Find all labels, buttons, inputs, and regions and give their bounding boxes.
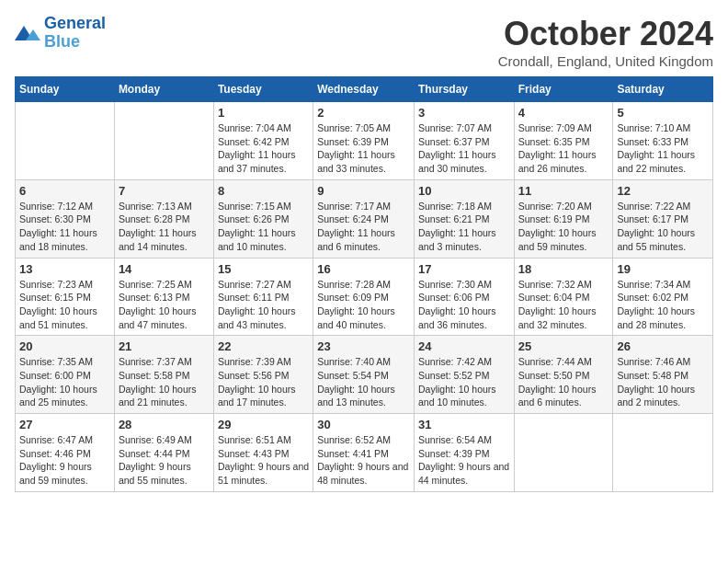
day-number: 29: [218, 418, 309, 431]
cell-content: Sunrise: 7:20 AM Sunset: 6:19 PM Dayligh…: [518, 200, 609, 254]
header-row: SundayMondayTuesdayWednesdayThursdayFrid…: [16, 77, 713, 102]
logo-icon: [15, 22, 42, 44]
header-friday: Friday: [514, 77, 613, 102]
calendar-cell: 7Sunrise: 7:13 AM Sunset: 6:28 PM Daylig…: [114, 179, 213, 258]
calendar-cell: [613, 414, 713, 492]
calendar-cell: 8Sunrise: 7:15 AM Sunset: 6:26 PM Daylig…: [213, 179, 313, 258]
day-number: 2: [317, 106, 410, 120]
cell-content: Sunrise: 7:23 AM Sunset: 6:15 PM Dayligh…: [19, 278, 110, 332]
calendar-cell: 27Sunrise: 6:47 AM Sunset: 4:46 PM Dayli…: [16, 414, 115, 492]
day-number: 13: [19, 262, 110, 276]
cell-content: Sunrise: 6:49 AM Sunset: 4:44 PM Dayligh…: [119, 433, 210, 488]
header-monday: Monday: [114, 77, 213, 102]
cell-content: Sunrise: 7:09 AM Sunset: 6:35 PM Dayligh…: [518, 121, 609, 176]
day-number: 28: [119, 418, 210, 431]
calendar-cell: 11Sunrise: 7:20 AM Sunset: 6:19 PM Dayli…: [514, 179, 613, 258]
cell-content: Sunrise: 7:37 AM Sunset: 5:58 PM Dayligh…: [119, 355, 210, 409]
cell-content: Sunrise: 7:12 AM Sunset: 6:30 PM Dayligh…: [19, 200, 110, 254]
header-saturday: Saturday: [613, 77, 713, 102]
calendar-table: SundayMondayTuesdayWednesdayThursdayFrid…: [15, 76, 713, 492]
header-thursday: Thursday: [414, 77, 514, 102]
calendar-cell: 4Sunrise: 7:09 AM Sunset: 6:35 PM Daylig…: [514, 102, 613, 180]
cell-content: Sunrise: 7:28 AM Sunset: 6:09 PM Dayligh…: [317, 278, 410, 332]
calendar-cell: 14Sunrise: 7:25 AM Sunset: 6:13 PM Dayli…: [114, 258, 213, 336]
calendar-cell: 29Sunrise: 6:51 AM Sunset: 4:43 PM Dayli…: [213, 414, 313, 492]
day-number: 11: [518, 184, 609, 198]
calendar-cell: 10Sunrise: 7:18 AM Sunset: 6:21 PM Dayli…: [414, 179, 514, 258]
cell-content: Sunrise: 7:10 AM Sunset: 6:33 PM Dayligh…: [617, 121, 709, 176]
cell-content: Sunrise: 6:51 AM Sunset: 4:43 PM Dayligh…: [218, 433, 309, 488]
calendar-cell: 24Sunrise: 7:42 AM Sunset: 5:52 PM Dayli…: [414, 336, 514, 414]
cell-content: Sunrise: 7:39 AM Sunset: 5:56 PM Dayligh…: [218, 355, 309, 409]
day-number: 14: [119, 262, 210, 276]
cell-content: Sunrise: 7:04 AM Sunset: 6:42 PM Dayligh…: [218, 121, 309, 176]
cell-content: Sunrise: 7:18 AM Sunset: 6:21 PM Dayligh…: [418, 200, 510, 254]
cell-content: Sunrise: 7:34 AM Sunset: 6:02 PM Dayligh…: [617, 278, 709, 332]
calendar-cell: 26Sunrise: 7:46 AM Sunset: 5:48 PM Dayli…: [613, 336, 713, 414]
calendar-cell: 30Sunrise: 6:52 AM Sunset: 4:41 PM Dayli…: [313, 414, 415, 492]
cell-content: Sunrise: 6:47 AM Sunset: 4:46 PM Dayligh…: [19, 433, 110, 488]
calendar-cell: 16Sunrise: 7:28 AM Sunset: 6:09 PM Dayli…: [313, 258, 415, 336]
page-header: General Blue October 2024 Crondall, Engl…: [15, 15, 713, 69]
day-number: 15: [218, 262, 309, 276]
day-number: 1: [218, 106, 309, 120]
calendar-cell: 12Sunrise: 7:22 AM Sunset: 6:17 PM Dayli…: [613, 179, 713, 258]
header-sunday: Sunday: [16, 77, 115, 102]
cell-content: Sunrise: 7:42 AM Sunset: 5:52 PM Dayligh…: [418, 355, 510, 409]
day-number: 30: [317, 418, 410, 431]
calendar-cell: 28Sunrise: 6:49 AM Sunset: 4:44 PM Dayli…: [114, 414, 213, 492]
cell-content: Sunrise: 7:05 AM Sunset: 6:39 PM Dayligh…: [317, 121, 410, 176]
header-tuesday: Tuesday: [213, 77, 313, 102]
day-number: 26: [617, 339, 709, 353]
day-number: 25: [518, 339, 609, 353]
day-number: 17: [418, 262, 510, 276]
cell-content: Sunrise: 7:22 AM Sunset: 6:17 PM Dayligh…: [617, 200, 709, 254]
day-number: 21: [119, 339, 210, 353]
day-number: 10: [418, 184, 510, 198]
cell-content: Sunrise: 7:30 AM Sunset: 6:06 PM Dayligh…: [418, 278, 510, 332]
calendar-cell: 20Sunrise: 7:35 AM Sunset: 6:00 PM Dayli…: [16, 336, 115, 414]
calendar-cell: 18Sunrise: 7:32 AM Sunset: 6:04 PM Dayli…: [514, 258, 613, 336]
day-number: 5: [617, 106, 709, 120]
calendar-cell: [114, 102, 213, 180]
calendar-cell: 2Sunrise: 7:05 AM Sunset: 6:39 PM Daylig…: [313, 102, 415, 180]
cell-content: Sunrise: 6:54 AM Sunset: 4:39 PM Dayligh…: [418, 433, 510, 488]
day-number: 4: [518, 106, 609, 120]
header-wednesday: Wednesday: [313, 77, 415, 102]
week-row-1: 1Sunrise: 7:04 AM Sunset: 6:42 PM Daylig…: [16, 102, 713, 180]
cell-content: Sunrise: 7:44 AM Sunset: 5:50 PM Dayligh…: [518, 355, 609, 409]
calendar-cell: 31Sunrise: 6:54 AM Sunset: 4:39 PM Dayli…: [414, 414, 514, 492]
cell-content: Sunrise: 7:32 AM Sunset: 6:04 PM Dayligh…: [518, 278, 609, 332]
week-row-3: 13Sunrise: 7:23 AM Sunset: 6:15 PM Dayli…: [16, 258, 713, 336]
day-number: 7: [119, 184, 210, 198]
week-row-2: 6Sunrise: 7:12 AM Sunset: 6:30 PM Daylig…: [16, 179, 713, 258]
cell-content: Sunrise: 7:25 AM Sunset: 6:13 PM Dayligh…: [119, 278, 210, 332]
day-number: 31: [418, 418, 510, 431]
day-number: 12: [617, 184, 709, 198]
calendar-cell: 25Sunrise: 7:44 AM Sunset: 5:50 PM Dayli…: [514, 336, 613, 414]
week-row-4: 20Sunrise: 7:35 AM Sunset: 6:00 PM Dayli…: [16, 336, 713, 414]
month-title: October 2024: [498, 15, 713, 53]
calendar-cell: 19Sunrise: 7:34 AM Sunset: 6:02 PM Dayli…: [613, 258, 713, 336]
calendar-cell: 9Sunrise: 7:17 AM Sunset: 6:24 PM Daylig…: [313, 179, 415, 258]
day-number: 19: [617, 262, 709, 276]
title-block: October 2024 Crondall, England, United K…: [498, 15, 713, 69]
day-number: 18: [518, 262, 609, 276]
calendar-cell: [514, 414, 613, 492]
day-number: 9: [317, 184, 410, 198]
cell-content: Sunrise: 7:15 AM Sunset: 6:26 PM Dayligh…: [218, 200, 309, 254]
day-number: 20: [19, 339, 110, 353]
week-row-5: 27Sunrise: 6:47 AM Sunset: 4:46 PM Dayli…: [16, 414, 713, 492]
day-number: 6: [19, 184, 110, 198]
cell-content: Sunrise: 7:13 AM Sunset: 6:28 PM Dayligh…: [119, 200, 210, 254]
logo: General Blue: [15, 15, 106, 52]
logo-text: General Blue: [44, 15, 106, 52]
day-number: 27: [19, 418, 110, 431]
cell-content: Sunrise: 7:40 AM Sunset: 5:54 PM Dayligh…: [317, 355, 410, 409]
calendar-cell: [16, 102, 115, 180]
calendar-cell: 17Sunrise: 7:30 AM Sunset: 6:06 PM Dayli…: [414, 258, 514, 336]
day-number: 8: [218, 184, 309, 198]
calendar-cell: 5Sunrise: 7:10 AM Sunset: 6:33 PM Daylig…: [613, 102, 713, 180]
calendar-cell: 23Sunrise: 7:40 AM Sunset: 5:54 PM Dayli…: [313, 336, 415, 414]
cell-content: Sunrise: 6:52 AM Sunset: 4:41 PM Dayligh…: [317, 433, 410, 488]
